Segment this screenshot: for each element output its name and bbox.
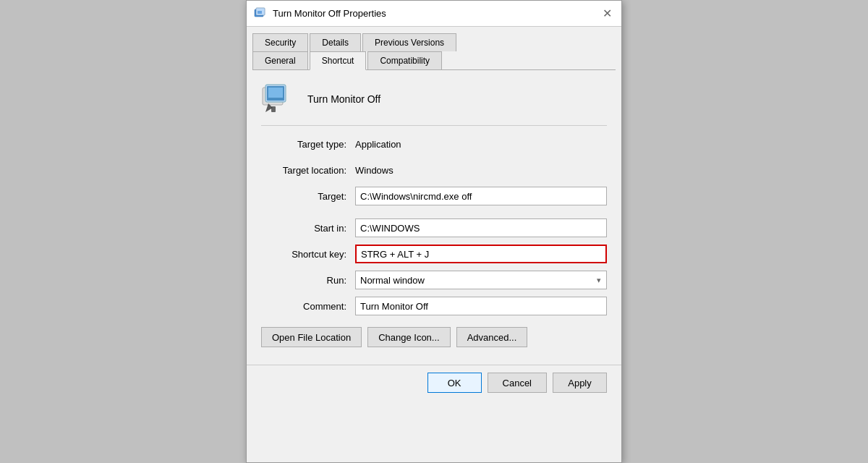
target-type-row: Target type: Application [261,135,607,153]
shortcut-key-input[interactable] [355,245,607,263]
target-row: Target: [261,187,607,205]
tabs-row-1: Security Details Previous Versions [252,33,616,51]
start-in-label: Start in: [261,223,355,234]
tab-security[interactable]: Security [252,33,308,51]
target-type-label: Target type: [261,139,355,150]
app-header: Turn Monitor Off [261,82,607,126]
svg-rect-9 [271,106,276,112]
tab-details[interactable]: Details [310,33,361,51]
svg-rect-7 [268,88,283,98]
action-buttons: Open File Location Change Icon... Advanc… [261,327,607,353]
tabs-row-2: General Shortcut Compatibility [252,51,616,69]
comment-label: Comment: [261,301,355,312]
svg-rect-3 [258,11,262,14]
open-file-location-button[interactable]: Open File Location [261,327,362,347]
app-icon-svg [261,82,296,116]
title-bar: Turn Monitor Off Properties ✕ [247,1,621,27]
change-icon-button[interactable]: Change Icon... [367,327,451,347]
start-in-input[interactable] [355,218,607,237]
properties-dialog: Turn Monitor Off Properties ✕ Security D… [246,0,622,463]
start-in-row: Start in: [261,218,607,237]
tab-content: Turn Monitor Off Target type: Applicatio… [247,70,621,365]
run-select-wrapper: Normal window Minimized Maximized [355,271,607,289]
target-location-value: Windows [355,165,393,176]
advanced-button[interactable]: Advanced... [456,327,528,347]
tab-previous-versions[interactable]: Previous Versions [362,33,456,51]
cancel-button[interactable]: Cancel [488,373,547,393]
comment-row: Comment: [261,297,607,315]
tab-general[interactable]: General [252,51,308,70]
close-button[interactable]: ✕ [598,5,616,22]
dialog-title: Turn Monitor Off Properties [273,8,386,19]
run-label: Run: [261,275,355,286]
target-type-value: Application [355,139,401,150]
run-row: Run: Normal window Minimized Maximized [261,271,607,289]
target-label: Target: [261,191,355,202]
dialog-title-icon [254,7,267,20]
comment-input[interactable] [355,297,607,315]
tab-compatibility[interactable]: Compatibility [367,51,442,70]
dialog-footer: OK Cancel Apply [247,365,621,400]
target-input[interactable] [355,187,607,205]
apply-button[interactable]: Apply [553,373,607,393]
ok-button[interactable]: OK [427,373,482,393]
run-select[interactable]: Normal window Minimized Maximized [355,271,607,289]
target-location-label: Target location: [261,165,355,176]
tabs-container: Security Details Previous Versions Gener… [247,27,621,70]
shortcut-key-row: Shortcut key: [261,245,607,263]
app-name: Turn Monitor Off [307,93,380,105]
target-location-row: Target location: Windows [261,161,607,179]
tab-shortcut[interactable]: Shortcut [310,51,367,70]
shortcut-key-label: Shortcut key: [261,249,355,260]
app-icon [261,82,296,116]
title-bar-left: Turn Monitor Off Properties [254,7,386,20]
